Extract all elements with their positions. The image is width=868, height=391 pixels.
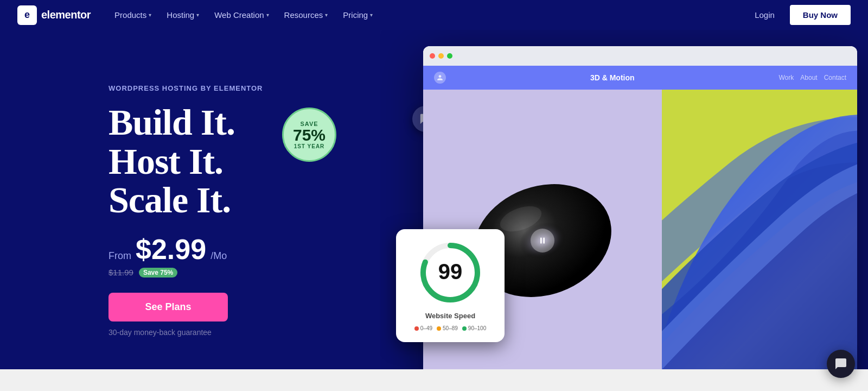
nav-links: Products ▾ Hosting ▾ Web Creation ▾ Reso…	[108, 6, 746, 24]
hero-title-line1: Build It.	[108, 103, 269, 142]
site-nav-items: Work About Contact	[779, 74, 847, 81]
logo-text: elementor	[41, 9, 91, 21]
chevron-down-icon: ▾	[266, 12, 269, 18]
hero-price-row: From $2.99 /Mo	[108, 233, 336, 266]
legend-item-mid: 50–89	[437, 325, 458, 331]
navbar: e elementor Products ▾ Hosting ▾ Web Cre…	[0, 0, 868, 30]
pause-icon	[538, 236, 547, 245]
hero-title-row: Build It. Host It. Scale It. SAVE 75% 1S…	[108, 103, 336, 219]
save-tag: Save 75%	[139, 268, 177, 278]
hero-title: Build It. Host It. Scale It.	[108, 103, 269, 219]
speed-card: 99 Website Speed 0–49 50–89 90–100	[396, 229, 505, 342]
legend-item-high: 90–100	[462, 325, 486, 331]
chevron-down-icon: ▾	[370, 12, 373, 18]
site-nav-contact: Contact	[824, 74, 846, 81]
nav-item-resources[interactable]: Resources ▾	[278, 6, 335, 24]
browser-dot-red	[430, 53, 435, 59]
site-nav-work: Work	[779, 74, 794, 81]
browser-dot-yellow	[438, 53, 444, 59]
save-badge-year: 1ST YEAR	[294, 143, 325, 149]
nav-item-hosting[interactable]: Hosting ▾	[160, 6, 206, 24]
chevron-down-icon: ▾	[325, 12, 328, 18]
nav-item-webcreation[interactable]: Web Creation ▾	[208, 6, 275, 24]
logo-icon: e	[17, 5, 37, 25]
from-text: From	[108, 250, 131, 262]
hero-right: 🔒 SSL https://myportfolio.io	[380, 30, 868, 391]
speed-gauge: 99	[418, 240, 483, 305]
legend-dot-green	[462, 326, 467, 331]
legend-item-low: 0–49	[414, 325, 432, 331]
speed-label: Website Speed	[407, 312, 494, 320]
legend-dot-orange	[437, 326, 441, 331]
site-logo-dots	[434, 72, 446, 84]
login-button[interactable]: Login	[746, 6, 783, 24]
hero-section: WORDPRESS HOSTING BY ELEMENTOR Build It.…	[0, 30, 868, 391]
hero-title-line2: Host It. Scale It.	[108, 142, 269, 220]
svg-rect-4	[543, 237, 545, 243]
browser-bar	[423, 46, 857, 66]
svg-rect-3	[540, 237, 542, 243]
buy-now-button[interactable]: Buy Now	[790, 5, 851, 25]
price-per-month: /Mo	[210, 250, 227, 262]
site-right-3d	[662, 90, 857, 391]
nav-item-pricing[interactable]: Pricing ▾	[336, 6, 379, 24]
hero-left: WORDPRESS HOSTING BY ELEMENTOR Build It.…	[0, 62, 380, 358]
pause-button[interactable]	[531, 229, 554, 253]
browser-content: 3D & Motion Work About Contact	[423, 66, 857, 391]
original-price: $11.99	[108, 268, 133, 277]
section-below	[0, 369, 868, 391]
speed-legend: 0–49 50–89 90–100	[407, 325, 494, 331]
hero-label: WORDPRESS HOSTING BY ELEMENTOR	[108, 84, 336, 92]
legend-dot-red	[414, 326, 419, 331]
see-plans-button[interactable]: See Plans	[108, 293, 228, 321]
chat-bubble-icon	[834, 357, 847, 370]
site-nav-about: About	[800, 74, 817, 81]
guarantee-text: 30-day money-back guarantee	[108, 328, 336, 337]
price-main: $2.99	[136, 233, 206, 266]
person-icon	[437, 74, 443, 81]
browser-dot-green	[447, 53, 452, 59]
save-badge-percent: 75%	[293, 127, 326, 143]
chevron-down-icon: ▾	[196, 12, 199, 18]
save-badge: SAVE 75% 1ST YEAR	[282, 108, 336, 162]
chat-button[interactable]	[827, 350, 855, 378]
speed-score: 99	[438, 261, 463, 282]
chevron-down-icon: ▾	[149, 12, 151, 18]
nav-item-products[interactable]: Products ▾	[108, 6, 158, 24]
nav-right: Login Buy Now	[746, 5, 851, 25]
price-orig-row: $11.99 Save 75%	[108, 268, 336, 278]
3d-blue-tubes	[662, 90, 857, 391]
logo[interactable]: e elementor	[17, 5, 91, 25]
site-dot	[434, 72, 446, 84]
site-title: 3D & Motion	[455, 73, 770, 82]
site-header: 3D & Motion Work About Contact	[423, 66, 857, 90]
